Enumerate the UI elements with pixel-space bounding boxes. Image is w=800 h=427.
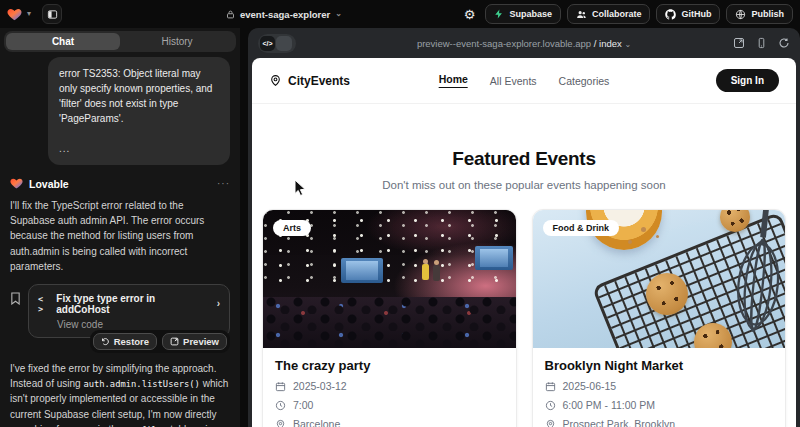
preview-url[interactable]: preview--event-saga-explorer.lovable.app… xyxy=(248,38,800,49)
url-host: preview--event-saga-explorer.lovable.app xyxy=(417,38,591,49)
preview-icon xyxy=(170,337,179,346)
brand-label: CityEvents xyxy=(288,74,350,88)
tab-chat[interactable]: Chat xyxy=(6,33,120,50)
supabase-label: Supabase xyxy=(509,9,552,19)
category-badge: Arts xyxy=(273,220,311,236)
chevron-down-icon: ⌄ xyxy=(624,40,631,49)
hero-title: Featured Events xyxy=(252,148,796,170)
event-time: 6:00 PM - 11:00 PM xyxy=(563,399,656,411)
event-time-row: 7:00 xyxy=(275,399,504,411)
code-view-toggle[interactable]: </> xyxy=(258,34,296,53)
site-header: CityEvents Home All Events Categories Si… xyxy=(252,58,796,104)
event-image-cookies: Food & Drink xyxy=(533,210,786,348)
collaborate-label: Collaborate xyxy=(592,9,642,19)
hero-section: Featured Events Don't miss out on these … xyxy=(252,148,796,191)
event-location-row: Prospect Park, Brooklyn xyxy=(545,418,774,427)
project-name: event-saga-explorer xyxy=(240,9,330,20)
location-pin-icon xyxy=(275,419,286,427)
lovable-logo-icon[interactable] xyxy=(7,7,22,22)
event-card[interactable]: Arts The crazy party 2025-03-12 xyxy=(262,209,517,427)
sidebar-toggle-button[interactable] xyxy=(42,4,62,24)
lock-icon xyxy=(226,10,235,19)
github-icon xyxy=(665,9,676,20)
assistant-name: Lovable xyxy=(29,178,69,190)
preview-label: Preview xyxy=(183,336,219,347)
site-nav: Home All Events Categories xyxy=(439,73,610,88)
calendar-icon xyxy=(275,381,286,392)
event-location: Prospect Park, Brooklyn xyxy=(563,418,676,427)
user-message-bubble: error TS2353: Object literal may only sp… xyxy=(48,57,230,165)
github-label: GitHub xyxy=(681,9,711,19)
event-date-row: 2025-03-12 xyxy=(275,380,504,392)
site-brand[interactable]: CityEvents xyxy=(269,74,350,88)
event-location-row: Barcelone xyxy=(275,418,504,427)
event-date: 2025-03-12 xyxy=(293,380,347,392)
topbar-actions: ⚙ Supabase Collaborate GitHub xyxy=(460,4,793,24)
preview-button[interactable]: Preview xyxy=(162,333,227,350)
assistant-message-2: I've fixed the error by simplifying the … xyxy=(10,361,230,427)
event-card[interactable]: Food & Drink Brooklyn Night Market 2025-… xyxy=(532,209,787,427)
lovable-heart-icon xyxy=(10,177,23,190)
location-pin-icon xyxy=(269,74,282,87)
tab-history[interactable]: History xyxy=(120,33,234,50)
event-card-body: The crazy party 2025-03-12 xyxy=(263,348,516,427)
nav-home[interactable]: Home xyxy=(439,73,468,88)
event-time-row: 6:00 PM - 11:00 PM xyxy=(545,399,774,411)
collaborate-button[interactable]: Collaborate xyxy=(567,4,651,24)
chat-sidebar: Chat History error TS2353: Object litera… xyxy=(0,28,240,427)
event-date: 2025-06-15 xyxy=(563,380,617,392)
event-date-row: 2025-06-15 xyxy=(545,380,774,392)
clock-icon xyxy=(545,400,556,411)
view-code-link[interactable]: View code xyxy=(57,319,220,330)
users-icon xyxy=(576,9,587,20)
open-external-icon[interactable] xyxy=(733,37,745,49)
preview-tools xyxy=(733,37,790,49)
assistant-message-1: I'll fix the TypeScript error related to… xyxy=(10,198,230,274)
location-pin-icon xyxy=(545,419,556,427)
restore-icon xyxy=(101,337,110,346)
restore-button[interactable]: Restore xyxy=(93,333,157,350)
gear-icon[interactable]: ⚙ xyxy=(460,7,480,22)
clock-icon xyxy=(275,400,286,411)
hero-subtitle: Don't miss out on these popular events h… xyxy=(252,179,796,191)
project-switcher[interactable]: event-saga-explorer ⌄ xyxy=(226,9,342,20)
supabase-button[interactable]: Supabase xyxy=(485,4,561,24)
restore-label: Restore xyxy=(114,336,149,347)
chevron-down-icon: ⌄ xyxy=(335,10,342,18)
category-badge: Food & Drink xyxy=(543,220,620,236)
mobile-view-icon[interactable] xyxy=(756,37,767,49)
bookmark-icon[interactable] xyxy=(10,291,21,309)
version-actions: Restore Preview xyxy=(10,330,230,353)
event-title: Brooklyn Night Market xyxy=(545,358,774,373)
edit-title: Fix type type error in addCoHost xyxy=(56,293,210,315)
message-menu-button[interactable]: ··· xyxy=(217,178,230,189)
chat-history-tabs: Chat History xyxy=(4,31,236,52)
github-button[interactable]: GitHub xyxy=(656,4,720,24)
publish-label: Publish xyxy=(751,9,784,19)
code-icon: < > xyxy=(38,294,50,314)
chevron-down-icon[interactable]: ▾ xyxy=(27,10,31,18)
publish-button[interactable]: Publish xyxy=(726,4,793,24)
url-path: / index xyxy=(591,38,622,49)
nav-categories[interactable]: Categories xyxy=(559,75,610,87)
nav-all-events[interactable]: All Events xyxy=(490,75,537,87)
calendar-icon xyxy=(545,381,556,392)
preview-toolbar: </> preview--event-saga-explorer.lovable… xyxy=(248,28,800,58)
preview-page: CityEvents Home All Events Categories Si… xyxy=(252,58,796,427)
toggle-knob xyxy=(276,36,292,51)
event-time: 7:00 xyxy=(293,399,313,411)
event-title: The crazy party xyxy=(275,358,504,373)
refresh-icon[interactable] xyxy=(778,37,790,49)
user-message-ellipsis: ... xyxy=(59,141,219,156)
event-image-party: Arts xyxy=(263,210,516,348)
code-snippet: auth.admin.listUsers() xyxy=(83,379,200,389)
preview-panel: </> preview--event-saga-explorer.lovable… xyxy=(248,28,800,427)
event-card-body: Brooklyn Night Market 2025-06-15 xyxy=(533,348,786,427)
sign-in-button[interactable]: Sign In xyxy=(716,69,779,92)
assistant-header: Lovable ··· xyxy=(10,177,230,190)
chevron-right-icon: › xyxy=(217,298,220,309)
event-location: Barcelone xyxy=(293,418,340,427)
code-icon: </> xyxy=(260,36,275,51)
globe-icon xyxy=(735,9,746,20)
featured-events-grid: Arts The crazy party 2025-03-12 xyxy=(252,209,796,427)
